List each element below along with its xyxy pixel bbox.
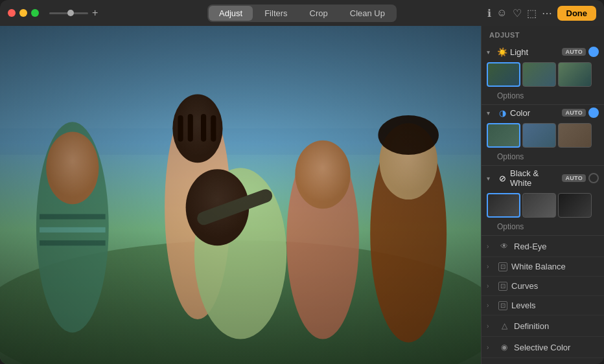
tab-filters[interactable]: Filters xyxy=(254,6,297,21)
photo-canvas xyxy=(0,26,481,364)
bw-thumbnails xyxy=(482,190,604,220)
info-icon[interactable]: ℹ xyxy=(487,7,491,19)
light-toggle[interactable] xyxy=(588,47,599,57)
adj-noise-reduction[interactable]: › ⊞ Noise Reduction xyxy=(482,358,604,364)
section-color: ▾ ◑ Color AUTO Options xyxy=(482,105,604,166)
section-bw: ▾ ⊘ Black & White AUTO Options xyxy=(482,166,604,236)
bw-auto-badge: AUTO xyxy=(562,174,586,182)
adj-curves-label: Curves xyxy=(511,281,599,291)
section-color-label: Color xyxy=(510,108,559,118)
definition-icon: △ xyxy=(498,320,510,332)
section-light-header[interactable]: ▾ ☀️ Light AUTO xyxy=(482,44,604,60)
levels-chevron-icon: › xyxy=(487,302,494,309)
bw-thumbnail-0[interactable] xyxy=(487,193,520,218)
light-thumbnails xyxy=(482,60,604,89)
white-balance-icon: ⊡ xyxy=(498,262,507,271)
adj-white-balance-label: White Balance xyxy=(511,262,599,271)
curves-icon: ⊡ xyxy=(498,282,507,291)
light-thumbnail-1[interactable] xyxy=(522,62,556,87)
color-thumbnail-0[interactable] xyxy=(487,123,520,148)
close-button[interactable] xyxy=(8,9,16,17)
photo-area[interactable] xyxy=(0,26,481,364)
heart-icon[interactable]: ♡ xyxy=(513,7,522,19)
adj-levels[interactable]: › ⊡ Levels xyxy=(482,296,604,315)
adj-curves[interactable]: › ⊡ Curves xyxy=(482,277,604,296)
adj-selective-color-label: Selective Color xyxy=(514,343,599,352)
light-thumbnail-0[interactable] xyxy=(487,62,520,87)
main-content: ADJUST ▾ ☀️ Light AUTO Options ▾ ◑ Color xyxy=(0,26,604,364)
adj-selective-color[interactable]: › ◉ Selective Color xyxy=(482,337,604,358)
light-chevron-icon: ▾ xyxy=(487,49,494,56)
nav-tabs: Adjust Filters Crop Clean Up xyxy=(207,5,397,22)
maximize-button[interactable] xyxy=(31,9,39,17)
section-light: ▾ ☀️ Light AUTO Options xyxy=(482,44,604,105)
light-options[interactable]: Options xyxy=(482,89,604,104)
svg-rect-22 xyxy=(0,26,481,364)
light-icon: ☀️ xyxy=(497,47,507,57)
done-button[interactable]: Done xyxy=(557,6,597,21)
color-chevron-icon: ▾ xyxy=(487,109,494,117)
red-eye-chevron-icon: › xyxy=(487,243,494,250)
light-auto-badge: AUTO xyxy=(562,48,586,56)
more-icon[interactable]: ⋯ xyxy=(542,7,552,19)
adj-red-eye-label: Red-Eye xyxy=(514,242,599,251)
color-thumbnail-1[interactable] xyxy=(522,123,556,148)
tab-crop[interactable]: Crop xyxy=(299,6,338,21)
adj-red-eye[interactable]: › 👁 Red-Eye xyxy=(482,236,604,257)
curves-chevron-icon: › xyxy=(487,282,494,290)
bw-thumbnail-1[interactable] xyxy=(522,193,556,218)
definition-chevron-icon: › xyxy=(487,323,494,330)
bw-thumbnail-2[interactable] xyxy=(558,193,592,218)
color-toggle[interactable] xyxy=(588,108,599,118)
bw-icon: ⊘ xyxy=(497,173,507,183)
adj-levels-label: Levels xyxy=(511,301,599,310)
emoji-icon[interactable]: ☺ xyxy=(496,7,507,19)
zoom-slider-track[interactable] xyxy=(49,12,88,14)
tab-adjust[interactable]: Adjust xyxy=(209,6,253,21)
color-icon: ◑ xyxy=(497,108,507,118)
tab-cleanup[interactable]: Clean Up xyxy=(340,6,395,21)
section-color-header[interactable]: ▾ ◑ Color AUTO xyxy=(482,105,604,120)
zoom-slider-area[interactable]: + xyxy=(49,8,98,18)
section-bw-header[interactable]: ▾ ⊘ Black & White AUTO xyxy=(482,166,604,190)
traffic-lights xyxy=(8,9,39,17)
adj-white-balance[interactable]: › ⊡ White Balance xyxy=(482,257,604,277)
minimize-button[interactable] xyxy=(19,9,27,17)
adj-definition-label: Definition xyxy=(514,321,599,331)
selective-color-chevron-icon: › xyxy=(487,344,494,351)
titlebar: + Adjust Filters Crop Clean Up ℹ ☺ ♡ ⬚ ⋯… xyxy=(0,0,604,26)
section-bw-label: Black & White xyxy=(510,168,559,188)
color-options[interactable]: Options xyxy=(482,150,604,165)
adjust-header: ADJUST xyxy=(482,26,604,44)
selective-color-icon: ◉ xyxy=(498,341,510,353)
color-thumbnail-2[interactable] xyxy=(558,123,592,148)
titlebar-right: ℹ ☺ ♡ ⬚ ⋯ Done xyxy=(487,6,596,21)
sidebar: ADJUST ▾ ☀️ Light AUTO Options ▾ ◑ Color xyxy=(481,26,604,364)
levels-icon: ⊡ xyxy=(498,301,507,310)
light-thumbnail-2[interactable] xyxy=(558,62,592,87)
bw-options[interactable]: Options xyxy=(482,220,604,235)
bw-chevron-icon: ▾ xyxy=(487,175,494,182)
bw-toggle[interactable] xyxy=(588,173,599,183)
white-balance-chevron-icon: › xyxy=(487,263,494,270)
color-thumbnails xyxy=(482,120,604,150)
zoom-plus-icon[interactable]: + xyxy=(92,8,98,18)
section-light-label: Light xyxy=(510,47,559,57)
zoom-slider-thumb[interactable] xyxy=(67,10,74,16)
color-auto-badge: AUTO xyxy=(562,109,586,117)
adj-definition[interactable]: › △ Definition xyxy=(482,315,604,337)
share-icon[interactable]: ⬚ xyxy=(527,7,537,19)
photo-silhouette xyxy=(0,26,481,364)
red-eye-icon: 👁 xyxy=(498,240,510,252)
